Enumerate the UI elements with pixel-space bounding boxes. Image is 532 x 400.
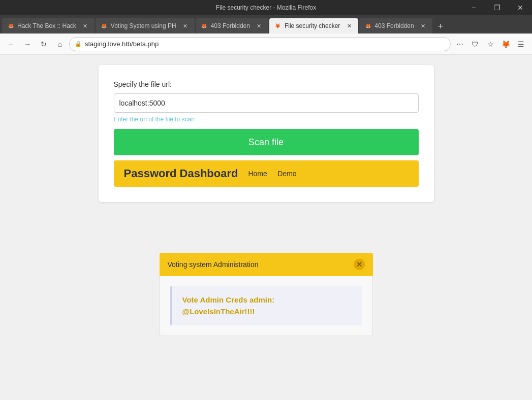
tab-close-button[interactable]: ✕ bbox=[419, 22, 427, 30]
popup-text-line1: Vote Admin Creds admin: bbox=[182, 294, 352, 306]
star-button[interactable]: ☆ bbox=[483, 37, 497, 51]
popup-container: Voting system Administration ✕ Vote Admi… bbox=[160, 253, 373, 336]
reload-button[interactable]: ↻ bbox=[37, 37, 51, 51]
back-button[interactable]: ← bbox=[4, 37, 18, 51]
dashboard-title: Password Dashboard bbox=[124, 167, 238, 180]
tab-403-2[interactable]: 🦊 403 Forbidden ✕ bbox=[359, 18, 432, 34]
tab-label: 403 Forbidden bbox=[211, 22, 250, 29]
home-button[interactable]: ⌂ bbox=[53, 37, 67, 51]
menu-dots-button[interactable]: ⋯ bbox=[453, 37, 467, 51]
form-hint: Enter the url of the file to scan bbox=[114, 116, 419, 123]
tab-favicon: 🦊 bbox=[274, 22, 281, 29]
popup-title: Voting system Administration bbox=[168, 260, 259, 269]
password-dashboard: Password Dashboard Home Demo bbox=[114, 160, 419, 187]
popup-content: Vote Admin Creds admin: @LoveIsInTheAir!… bbox=[170, 286, 362, 325]
popup-text-line2: @LoveIsInTheAir!!!! bbox=[182, 306, 352, 318]
forward-button[interactable]: → bbox=[20, 37, 35, 51]
popup-close-button[interactable]: ✕ bbox=[354, 259, 365, 270]
tab-403-1[interactable]: 🦊 403 Forbidden ✕ bbox=[196, 18, 268, 34]
nav-home-link[interactable]: Home bbox=[248, 170, 267, 178]
tab-close-button[interactable]: ✕ bbox=[181, 22, 190, 30]
form-title: Specify the file url: bbox=[114, 80, 419, 88]
tab-close-button[interactable]: ✕ bbox=[345, 22, 353, 30]
restore-button[interactable]: ❐ bbox=[485, 0, 509, 15]
hamburger-button[interactable]: ☰ bbox=[514, 37, 528, 51]
tab-label: Voting System using PH bbox=[111, 22, 176, 29]
popup-header: Voting system Administration ✕ bbox=[160, 253, 373, 276]
tab-favicon: 🦊 bbox=[364, 22, 371, 29]
tab-close-button[interactable]: ✕ bbox=[255, 22, 263, 30]
nav-actions: ⋯ 🛡 ☆ 🦊 ☰ bbox=[453, 37, 528, 51]
tab-close-button[interactable]: ✕ bbox=[81, 22, 89, 30]
shield-button[interactable]: 🛡 bbox=[468, 37, 482, 51]
tab-label: 403 Forbidden bbox=[374, 22, 414, 29]
url-text: staging.love.htb/beta.php bbox=[85, 40, 159, 48]
close-button[interactable]: ✕ bbox=[509, 0, 532, 15]
url-bar[interactable]: 🔒 staging.love.htb/beta.php bbox=[69, 37, 451, 51]
tab-favicon: 🦊 bbox=[7, 22, 14, 29]
url-input[interactable] bbox=[114, 93, 419, 113]
tab-favicon: 🦊 bbox=[101, 22, 108, 29]
tabbar: 🦊 Hack The Box :: Hack ✕ 🦊 Voting System… bbox=[0, 15, 532, 34]
navbar: ← → ↻ ⌂ 🔒 staging.love.htb/beta.php ⋯ 🛡 … bbox=[0, 34, 532, 55]
firefox-menu-button[interactable]: 🦊 bbox=[498, 37, 513, 51]
main-content: Specify the file url: Enter the url of t… bbox=[0, 55, 532, 400]
tab-hackthebox[interactable]: 🦊 Hack The Box :: Hack ✕ bbox=[2, 18, 95, 34]
tab-filesecurity[interactable]: 🦊 File security checker ✕ bbox=[269, 18, 358, 34]
titlebar: File security checker - Mozilla Firefox … bbox=[0, 0, 532, 15]
titlebar-controls: − ❐ ✕ bbox=[462, 0, 532, 15]
new-tab-button[interactable]: + bbox=[433, 19, 448, 34]
scan-button[interactable]: Scan file bbox=[114, 129, 419, 155]
lock-icon: 🔒 bbox=[75, 41, 82, 47]
tab-label: Hack The Box :: Hack bbox=[17, 22, 76, 29]
tab-favicon: 🦊 bbox=[201, 22, 208, 29]
titlebar-title: File security checker - Mozilla Firefox bbox=[216, 4, 316, 11]
form-card: Specify the file url: Enter the url of t… bbox=[99, 65, 434, 202]
popup-body: Vote Admin Creds admin: @LoveIsInTheAir!… bbox=[160, 276, 373, 336]
dashboard-nav: Home Demo bbox=[248, 169, 304, 178]
tab-label: File security checker bbox=[285, 22, 340, 29]
nav-demo-link[interactable]: Demo bbox=[277, 170, 296, 178]
tab-voting[interactable]: 🦊 Voting System using PH ✕ bbox=[96, 18, 195, 34]
minimize-button[interactable]: − bbox=[462, 0, 485, 15]
